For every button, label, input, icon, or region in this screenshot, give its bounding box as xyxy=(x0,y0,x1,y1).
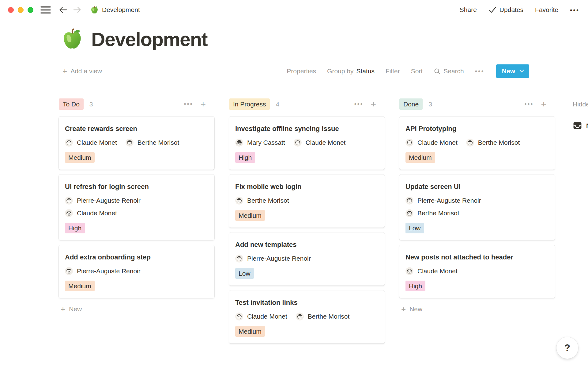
priority-badge: High xyxy=(405,281,425,291)
assignee: Claude Monet xyxy=(294,139,346,147)
sort-button[interactable]: Sort xyxy=(411,67,423,75)
berthe-morisot-avatar xyxy=(466,139,474,147)
assignee-name: Berthe Morisot xyxy=(478,139,520,146)
priority-badge: Medium xyxy=(235,210,265,221)
assignee-name: Pierre-Auguste Renoir xyxy=(247,255,311,262)
assignee-name: Berthe Morisot xyxy=(247,197,289,204)
board-column-todo: To Do 3 ••• + Create rewards screen Clau… xyxy=(59,98,214,313)
card[interactable]: UI refresh for login screen Pierre-Augus… xyxy=(59,174,214,240)
card-title: Add new templates xyxy=(235,240,379,250)
column-more-icon[interactable]: ••• xyxy=(524,101,533,108)
priority-badge: Medium xyxy=(65,152,95,163)
group-by-button[interactable]: Group by Status xyxy=(327,67,375,75)
search-button[interactable]: Search xyxy=(434,67,464,75)
assignee: Pierre-Auguste Renoir xyxy=(405,197,549,205)
window-titlebar: Development Share Updates Favorite ••• xyxy=(0,0,588,20)
card-title: Create rewards screen xyxy=(65,124,208,134)
column-more-icon[interactable]: ••• xyxy=(354,101,363,108)
minimize-window-button[interactable] xyxy=(18,7,24,13)
assignee: Berthe Morisot xyxy=(235,197,289,205)
page-title[interactable]: Development xyxy=(91,28,207,50)
board-column-in-progress: In Progress 4 ••• + Investigate offline … xyxy=(229,98,385,343)
toolbar-more-icon[interactable]: ••• xyxy=(475,67,484,75)
back-arrow-icon[interactable] xyxy=(58,6,68,14)
pierre-auguste-renoir-avatar xyxy=(65,197,73,205)
card-title: Add extra onboarding step xyxy=(65,252,208,262)
assignee: Claude Monet xyxy=(405,139,458,147)
priority-badge: Medium xyxy=(65,281,95,291)
page-icon-green-apple-emoji[interactable] xyxy=(61,28,83,50)
column-add-icon[interactable]: + xyxy=(541,101,546,108)
add-view-button[interactable]: + Add a view xyxy=(62,67,102,75)
card[interactable]: Fix mobile web login Berthe Morisot Medi… xyxy=(229,174,385,228)
claude-monet-avatar xyxy=(405,267,413,275)
card[interactable]: Update screen UI Pierre-Auguste Renoir B… xyxy=(399,174,555,240)
group-by-value: Status xyxy=(356,67,375,75)
new-button[interactable]: New xyxy=(496,64,529,78)
favorite-button[interactable]: Favorite xyxy=(535,6,558,13)
column-add-icon[interactable]: + xyxy=(200,101,206,108)
assignee: Claude Monet xyxy=(235,312,287,320)
filter-button[interactable]: Filter xyxy=(386,67,400,75)
card[interactable]: Create rewards screen Claude Monet Berth… xyxy=(59,117,214,170)
hidden-columns-panel: Hidden N xyxy=(573,98,588,130)
hidden-column-no-status[interactable]: N xyxy=(573,121,588,130)
add-card-button[interactable]: + New xyxy=(399,305,422,313)
priority-badge: Low xyxy=(235,268,254,279)
priority-badge: Medium xyxy=(405,152,435,163)
berthe-morisot-avatar xyxy=(405,209,413,217)
assignee-name: Berthe Morisot xyxy=(308,313,350,320)
pierre-auguste-renoir-avatar xyxy=(405,197,413,205)
card[interactable]: API Prototyping Claude Monet Berthe Mori… xyxy=(399,117,555,170)
checkmark-icon xyxy=(488,6,496,13)
assignee: Claude Monet xyxy=(405,267,458,275)
card-title: UI refresh for login screen xyxy=(65,182,208,192)
card-title: Test invitation links xyxy=(235,298,379,308)
priority-badge: Low xyxy=(405,223,424,233)
assignee-name: Claude Monet xyxy=(77,139,117,146)
assignee: Berthe Morisot xyxy=(126,139,179,147)
close-window-button[interactable] xyxy=(8,7,14,13)
priority-badge: Medium xyxy=(235,326,265,337)
claude-monet-avatar xyxy=(65,209,73,217)
column-status-badge: In Progress xyxy=(229,98,270,110)
card[interactable]: Test invitation links Claude Monet Berth… xyxy=(229,290,385,343)
card[interactable]: Add new templates Pierre-Auguste Renoir … xyxy=(229,232,385,286)
view-toolbar: + Add a view Properties Group by Status … xyxy=(59,64,529,78)
board-column-done: Done 3 ••• + API Prototyping Claude Mone… xyxy=(399,98,555,313)
green-apple-emoji xyxy=(90,6,99,14)
properties-button[interactable]: Properties xyxy=(287,67,316,75)
assignee: Mary Cassatt xyxy=(235,139,285,147)
plus-icon: + xyxy=(61,306,65,312)
breadcrumb[interactable]: Development xyxy=(90,6,140,14)
page-body: Development + Add a view Properties Grou… xyxy=(0,28,588,343)
priority-badge: High xyxy=(235,152,255,163)
help-button[interactable]: ? xyxy=(556,337,578,359)
claude-monet-avatar xyxy=(65,139,73,147)
assignee: Berthe Morisot xyxy=(296,312,350,320)
sidebar-toggle-icon[interactable] xyxy=(40,6,51,14)
more-options-icon[interactable]: ••• xyxy=(570,7,579,13)
column-add-icon[interactable]: + xyxy=(371,101,376,108)
assignee-name: Pierre-Auguste Renoir xyxy=(77,267,141,275)
card[interactable]: Add extra onboarding step Pierre-Auguste… xyxy=(59,245,214,298)
assignee-name: Berthe Morisot xyxy=(138,139,179,146)
assignee-name: Claude Monet xyxy=(77,209,117,217)
card[interactable]: New posts not attached to header Claude … xyxy=(399,245,555,298)
hidden-columns-toggle[interactable]: Hidden xyxy=(573,98,588,110)
pierre-auguste-renoir-avatar xyxy=(235,255,243,263)
column-card-count: 3 xyxy=(89,101,93,108)
assignee-name: Berthe Morisot xyxy=(417,209,459,217)
card-title: Investigate offline syncing issue xyxy=(235,124,379,134)
assignee: Berthe Morisot xyxy=(466,139,520,147)
column-more-icon[interactable]: ••• xyxy=(184,101,193,108)
updates-button[interactable]: Updates xyxy=(488,6,523,13)
claude-monet-avatar xyxy=(235,312,243,320)
share-button[interactable]: Share xyxy=(460,6,477,13)
forward-arrow-icon[interactable] xyxy=(73,6,82,14)
pierre-auguste-renoir-avatar xyxy=(65,267,73,275)
zoom-window-button[interactable] xyxy=(28,7,33,13)
add-card-button[interactable]: + New xyxy=(59,305,82,313)
card[interactable]: Investigate offline syncing issue Mary C… xyxy=(229,117,385,170)
column-card-count: 4 xyxy=(276,101,279,108)
